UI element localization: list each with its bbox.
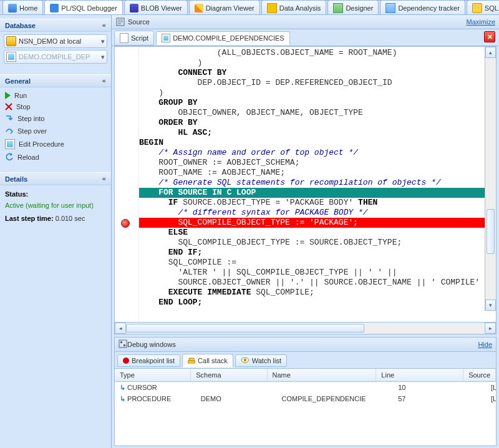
section-title: Database: [5, 22, 36, 29]
svg-rect-10: [189, 358, 194, 361]
details-section-header[interactable]: Details «: [0, 172, 111, 185]
col-type[interactable]: Type: [115, 369, 191, 381]
tab-designer[interactable]: Designer: [327, 1, 379, 15]
debug-tab-callstack[interactable]: Call stack: [182, 354, 233, 368]
step-over-icon: [5, 127, 14, 135]
tab-label: Home: [19, 4, 37, 12]
grid-header[interactable]: Type Schema Name Line Source: [115, 369, 496, 382]
grid-body[interactable]: ↳ CURSOR10[Line 57] FOR SOURCE↳ PROCEDUR…: [115, 382, 496, 446]
tab-data-analysis[interactable]: Data Analysis: [261, 1, 327, 15]
breakpoint-marker[interactable]: [121, 219, 130, 228]
scroll-thumb[interactable]: [126, 324, 364, 333]
object-selector[interactable]: DEMO.COMPILE_DEP ▾: [4, 50, 107, 64]
tab-sql[interactable]: SQL: [467, 1, 499, 15]
tab-label: Data Analysis: [279, 4, 321, 12]
menu-label: Edit Procedure: [19, 140, 64, 148]
home-icon: [8, 4, 17, 12]
source-tab-script[interactable]: Script: [114, 31, 154, 46]
col-name[interactable]: Name: [268, 369, 377, 381]
details-section-body: Status: Active (waiting for user input) …: [0, 185, 111, 228]
last-step-value: 0.010 sec: [56, 215, 85, 222]
database-icon: [6, 36, 16, 46]
edit-procedure-button[interactable]: Edit Procedure: [4, 137, 107, 151]
database-selector[interactable]: NSN_DEMO at local ▾: [4, 34, 107, 48]
step-over-button[interactable]: Step over: [4, 125, 107, 137]
tab-label: Script: [131, 34, 148, 42]
grid-icon: [333, 3, 343, 13]
source-tab-object[interactable]: DEMO.COMPILE_DEPENDENCIES: [156, 31, 289, 45]
scroll-thumb[interactable]: [487, 209, 495, 254]
status-value: Active (waiting for user input): [5, 200, 106, 212]
stack-arrow-icon: ↳: [120, 384, 125, 391]
debug-windows: Debug windows Hide Breakpoint list Call …: [114, 337, 497, 446]
section-title: Details: [5, 175, 27, 183]
scroll-right-button[interactable]: ▸: [485, 323, 496, 334]
collapse-icon: «: [102, 77, 106, 85]
menu-label: Reload: [17, 153, 39, 161]
step-into-button[interactable]: Step into: [4, 112, 107, 125]
general-section-header[interactable]: General «: [0, 74, 111, 87]
left-panel: Database « NSN_DEMO at local ▾ DEMO.COMP…: [0, 15, 112, 448]
maximize-link[interactable]: Maximize: [467, 18, 495, 26]
tab-label: Call stack: [198, 357, 228, 364]
stop-button[interactable]: Stop: [4, 101, 107, 112]
vertical-scrollbar[interactable]: ▴ ▾: [485, 47, 496, 311]
tab-dependency-tracker[interactable]: Dependency tracker: [380, 1, 465, 15]
section-title: General: [5, 77, 31, 85]
tab-label: SQL: [485, 4, 498, 12]
tab-plsql-debugger[interactable]: PL/SQL Debugger: [44, 1, 122, 15]
svg-point-12: [244, 359, 246, 361]
blob-icon: [130, 4, 138, 12]
menu-label: Step into: [17, 115, 44, 122]
reload-button[interactable]: Reload: [4, 151, 107, 163]
tab-label: Watch list: [252, 357, 281, 364]
sql-icon: [472, 3, 482, 13]
stack-arrow-icon: ↳: [120, 395, 125, 402]
hide-link[interactable]: Hide: [478, 341, 492, 348]
debug-icon: [119, 339, 127, 349]
dropdown-icon: ▾: [101, 53, 105, 61]
source-bar: Source Maximize: [112, 15, 499, 29]
scroll-left-button[interactable]: ◂: [115, 323, 126, 334]
watch-icon: [241, 357, 250, 364]
puzzle-icon: [50, 4, 59, 12]
stack-icon: [188, 356, 195, 365]
reload-icon: [5, 153, 14, 162]
cube-icon: [267, 3, 277, 13]
close-tab-button[interactable]: ✕: [484, 31, 495, 42]
tab-diagram-viewer[interactable]: Diagram Viewer: [189, 1, 260, 15]
gutter[interactable]: [115, 47, 139, 322]
tab-blob-viewer[interactable]: BLOB Viewer: [124, 1, 188, 15]
dropdown-icon: ▾: [101, 37, 105, 46]
code-editor[interactable]: (ALL_OBJECTS.OBJECT_NAME = ROOT_NAME) ) …: [114, 46, 497, 323]
callstack-row[interactable]: ↳ PROCEDUREDEMOCOMPILE_DEPENDENCIE57[Lin…: [115, 393, 496, 404]
tab-label: DEMO.COMPILE_DEPENDENCIES: [173, 34, 284, 42]
debug-tab-watchlist[interactable]: Watch list: [235, 354, 287, 367]
database-section-body: NSN_DEMO at local ▾ DEMO.COMPILE_DEP ▾: [0, 32, 111, 68]
horizontal-scrollbar[interactable]: ◂ ▸: [114, 323, 497, 334]
callstack-row[interactable]: ↳ CURSOR10[Line 57] FOR SOURCE: [115, 382, 496, 393]
col-source[interactable]: Source: [463, 369, 496, 381]
general-section-body: Run Stop Step into Step over Edit Proced…: [0, 87, 111, 166]
col-schema[interactable]: Schema: [191, 369, 267, 381]
source-icon: [115, 17, 125, 27]
right-panel: Source Maximize Script DEMO.COMPILE_DEPE…: [112, 15, 499, 448]
collapse-icon: «: [102, 175, 106, 183]
tab-home[interactable]: Home: [2, 1, 43, 15]
edit-proc-icon: [5, 139, 15, 149]
source-tabbar: Script DEMO.COMPILE_DEPENDENCIES ✕: [112, 29, 499, 46]
diagram-icon: [195, 4, 203, 12]
stop-icon: [5, 103, 12, 110]
code-content[interactable]: (ALL_OBJECTS.OBJECT_NAME = ROOT_NAME) ) …: [139, 47, 496, 322]
procedure-icon: [162, 34, 170, 42]
menu-label: Run: [14, 92, 27, 99]
debug-bar-label: Debug windows: [127, 341, 176, 348]
scroll-down-button[interactable]: ▾: [485, 299, 496, 311]
run-button[interactable]: Run: [4, 90, 107, 101]
debug-tab-breakpoints[interactable]: Breakpoint list: [117, 354, 180, 367]
database-section-header[interactable]: Database «: [0, 19, 111, 32]
svg-rect-6: [119, 340, 127, 348]
dep-icon: [385, 3, 395, 13]
scroll-up-button[interactable]: ▴: [485, 47, 496, 58]
col-line[interactable]: Line: [376, 369, 463, 381]
